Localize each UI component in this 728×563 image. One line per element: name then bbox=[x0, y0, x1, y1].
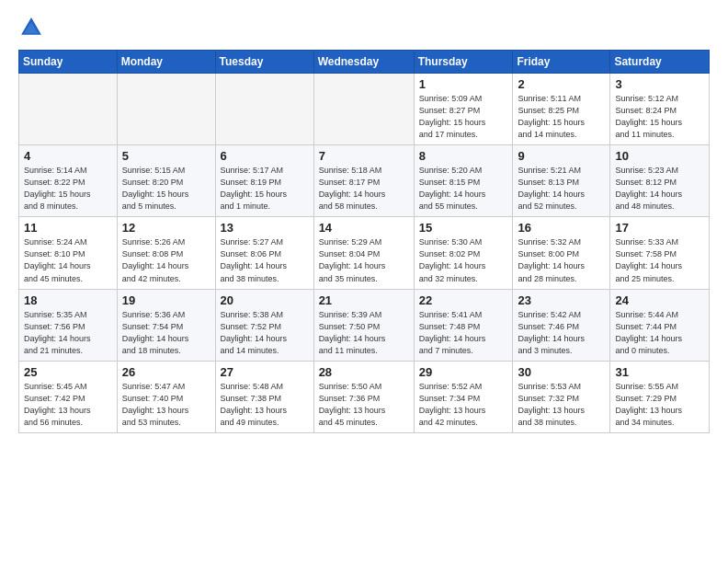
day-number: 1 bbox=[419, 77, 508, 91]
day-info: Sunrise: 5:23 AM Sunset: 8:12 PM Dayligh… bbox=[615, 165, 704, 213]
day-number: 15 bbox=[419, 221, 508, 235]
day-number: 4 bbox=[24, 149, 112, 163]
calendar-cell: 5Sunrise: 5:15 AM Sunset: 8:20 PM Daylig… bbox=[117, 145, 215, 217]
day-info: Sunrise: 5:45 AM Sunset: 7:42 PM Dayligh… bbox=[24, 381, 112, 429]
day-number: 29 bbox=[419, 365, 508, 379]
day-number: 28 bbox=[319, 365, 409, 379]
day-number: 12 bbox=[122, 221, 210, 235]
weekday-header: Monday bbox=[117, 51, 215, 74]
weekday-header: Thursday bbox=[414, 51, 513, 74]
calendar-cell: 18Sunrise: 5:35 AM Sunset: 7:56 PM Dayli… bbox=[19, 289, 118, 361]
day-number: 22 bbox=[419, 293, 508, 307]
calendar-cell: 11Sunrise: 5:24 AM Sunset: 8:10 PM Dayli… bbox=[19, 217, 118, 289]
calendar-cell: 26Sunrise: 5:47 AM Sunset: 7:40 PM Dayli… bbox=[117, 361, 215, 432]
day-number: 27 bbox=[221, 365, 309, 379]
calendar-cell: 19Sunrise: 5:36 AM Sunset: 7:54 PM Dayli… bbox=[117, 289, 215, 361]
weekday-header: Tuesday bbox=[215, 51, 313, 74]
day-number: 6 bbox=[221, 149, 309, 163]
day-info: Sunrise: 5:35 AM Sunset: 7:56 PM Dayligh… bbox=[24, 309, 112, 357]
day-number: 8 bbox=[419, 149, 508, 163]
day-number: 10 bbox=[615, 149, 704, 163]
header bbox=[18, 15, 710, 40]
day-info: Sunrise: 5:33 AM Sunset: 7:58 PM Dayligh… bbox=[615, 236, 704, 284]
calendar-cell: 2Sunrise: 5:11 AM Sunset: 8:25 PM Daylig… bbox=[513, 74, 610, 145]
day-info: Sunrise: 5:32 AM Sunset: 8:00 PM Dayligh… bbox=[518, 236, 605, 284]
calendar-cell: 23Sunrise: 5:42 AM Sunset: 7:46 PM Dayli… bbox=[513, 289, 610, 361]
day-number: 3 bbox=[615, 77, 704, 91]
day-info: Sunrise: 5:20 AM Sunset: 8:15 PM Dayligh… bbox=[419, 165, 508, 213]
day-number: 9 bbox=[518, 149, 605, 163]
calendar-cell: 9Sunrise: 5:21 AM Sunset: 8:13 PM Daylig… bbox=[513, 145, 610, 217]
day-info: Sunrise: 5:47 AM Sunset: 7:40 PM Dayligh… bbox=[122, 381, 210, 429]
day-number: 7 bbox=[319, 149, 409, 163]
day-number: 31 bbox=[615, 365, 704, 379]
calendar-week-row: 25Sunrise: 5:45 AM Sunset: 7:42 PM Dayli… bbox=[19, 361, 710, 432]
day-info: Sunrise: 5:41 AM Sunset: 7:48 PM Dayligh… bbox=[419, 309, 508, 357]
day-number: 20 bbox=[221, 293, 309, 307]
calendar-cell: 31Sunrise: 5:55 AM Sunset: 7:29 PM Dayli… bbox=[610, 361, 710, 432]
page: SundayMondayTuesdayWednesdayThursdayFrid… bbox=[0, 0, 728, 563]
calendar-cell: 7Sunrise: 5:18 AM Sunset: 8:17 PM Daylig… bbox=[313, 145, 414, 217]
calendar-cell: 10Sunrise: 5:23 AM Sunset: 8:12 PM Dayli… bbox=[610, 145, 710, 217]
day-number: 14 bbox=[319, 221, 409, 235]
day-number: 18 bbox=[24, 293, 112, 307]
calendar-cell: 8Sunrise: 5:20 AM Sunset: 8:15 PM Daylig… bbox=[414, 145, 513, 217]
day-number: 13 bbox=[221, 221, 309, 235]
day-number: 24 bbox=[615, 293, 704, 307]
day-info: Sunrise: 5:15 AM Sunset: 8:20 PM Dayligh… bbox=[122, 165, 210, 213]
calendar-cell: 22Sunrise: 5:41 AM Sunset: 7:48 PM Dayli… bbox=[414, 289, 513, 361]
calendar-cell: 29Sunrise: 5:52 AM Sunset: 7:34 PM Dayli… bbox=[414, 361, 513, 432]
day-number: 11 bbox=[24, 221, 112, 235]
day-info: Sunrise: 5:38 AM Sunset: 7:52 PM Dayligh… bbox=[221, 309, 309, 357]
day-info: Sunrise: 5:21 AM Sunset: 8:13 PM Dayligh… bbox=[518, 165, 605, 213]
weekday-header: Saturday bbox=[610, 51, 710, 74]
day-info: Sunrise: 5:52 AM Sunset: 7:34 PM Dayligh… bbox=[419, 381, 508, 429]
day-number: 23 bbox=[518, 293, 605, 307]
day-info: Sunrise: 5:18 AM Sunset: 8:17 PM Dayligh… bbox=[319, 165, 409, 213]
day-info: Sunrise: 5:17 AM Sunset: 8:19 PM Dayligh… bbox=[221, 165, 309, 213]
weekday-header: Wednesday bbox=[313, 51, 414, 74]
day-number: 17 bbox=[615, 221, 704, 235]
day-number: 26 bbox=[122, 365, 210, 379]
logo-icon bbox=[18, 15, 44, 40]
calendar-cell: 4Sunrise: 5:14 AM Sunset: 8:22 PM Daylig… bbox=[19, 145, 118, 217]
day-info: Sunrise: 5:55 AM Sunset: 7:29 PM Dayligh… bbox=[615, 381, 704, 429]
calendar-cell bbox=[117, 74, 215, 145]
calendar-cell: 20Sunrise: 5:38 AM Sunset: 7:52 PM Dayli… bbox=[215, 289, 313, 361]
day-info: Sunrise: 5:27 AM Sunset: 8:06 PM Dayligh… bbox=[221, 236, 309, 284]
day-info: Sunrise: 5:39 AM Sunset: 7:50 PM Dayligh… bbox=[319, 309, 409, 357]
day-info: Sunrise: 5:29 AM Sunset: 8:04 PM Dayligh… bbox=[319, 236, 409, 284]
day-info: Sunrise: 5:14 AM Sunset: 8:22 PM Dayligh… bbox=[24, 165, 112, 213]
weekday-header: Sunday bbox=[19, 51, 118, 74]
calendar-cell: 27Sunrise: 5:48 AM Sunset: 7:38 PM Dayli… bbox=[215, 361, 313, 432]
day-info: Sunrise: 5:11 AM Sunset: 8:25 PM Dayligh… bbox=[518, 93, 605, 141]
calendar-cell: 24Sunrise: 5:44 AM Sunset: 7:44 PM Dayli… bbox=[610, 289, 710, 361]
day-info: Sunrise: 5:12 AM Sunset: 8:24 PM Dayligh… bbox=[615, 93, 704, 141]
day-info: Sunrise: 5:24 AM Sunset: 8:10 PM Dayligh… bbox=[24, 236, 112, 284]
calendar-cell: 12Sunrise: 5:26 AM Sunset: 8:08 PM Dayli… bbox=[117, 217, 215, 289]
day-number: 25 bbox=[24, 365, 112, 379]
day-number: 30 bbox=[518, 365, 605, 379]
calendar-cell: 17Sunrise: 5:33 AM Sunset: 7:58 PM Dayli… bbox=[610, 217, 710, 289]
day-info: Sunrise: 5:09 AM Sunset: 8:27 PM Dayligh… bbox=[419, 93, 508, 141]
day-number: 2 bbox=[518, 77, 605, 91]
day-number: 21 bbox=[319, 293, 409, 307]
calendar-cell: 1Sunrise: 5:09 AM Sunset: 8:27 PM Daylig… bbox=[414, 74, 513, 145]
calendar-week-row: 4Sunrise: 5:14 AM Sunset: 8:22 PM Daylig… bbox=[19, 145, 710, 217]
calendar-cell: 13Sunrise: 5:27 AM Sunset: 8:06 PM Dayli… bbox=[215, 217, 313, 289]
calendar-week-row: 1Sunrise: 5:09 AM Sunset: 8:27 PM Daylig… bbox=[19, 74, 710, 145]
calendar-cell: 3Sunrise: 5:12 AM Sunset: 8:24 PM Daylig… bbox=[610, 74, 710, 145]
day-info: Sunrise: 5:53 AM Sunset: 7:32 PM Dayligh… bbox=[518, 381, 605, 429]
calendar-cell: 21Sunrise: 5:39 AM Sunset: 7:50 PM Dayli… bbox=[313, 289, 414, 361]
weekday-header: Friday bbox=[513, 51, 610, 74]
calendar-cell: 28Sunrise: 5:50 AM Sunset: 7:36 PM Dayli… bbox=[313, 361, 414, 432]
day-info: Sunrise: 5:48 AM Sunset: 7:38 PM Dayligh… bbox=[221, 381, 309, 429]
calendar-cell bbox=[313, 74, 414, 145]
calendar-cell: 14Sunrise: 5:29 AM Sunset: 8:04 PM Dayli… bbox=[313, 217, 414, 289]
day-info: Sunrise: 5:26 AM Sunset: 8:08 PM Dayligh… bbox=[122, 236, 210, 284]
calendar-cell bbox=[215, 74, 313, 145]
day-info: Sunrise: 5:42 AM Sunset: 7:46 PM Dayligh… bbox=[518, 309, 605, 357]
day-number: 16 bbox=[518, 221, 605, 235]
day-number: 5 bbox=[122, 149, 210, 163]
calendar-cell: 15Sunrise: 5:30 AM Sunset: 8:02 PM Dayli… bbox=[414, 217, 513, 289]
